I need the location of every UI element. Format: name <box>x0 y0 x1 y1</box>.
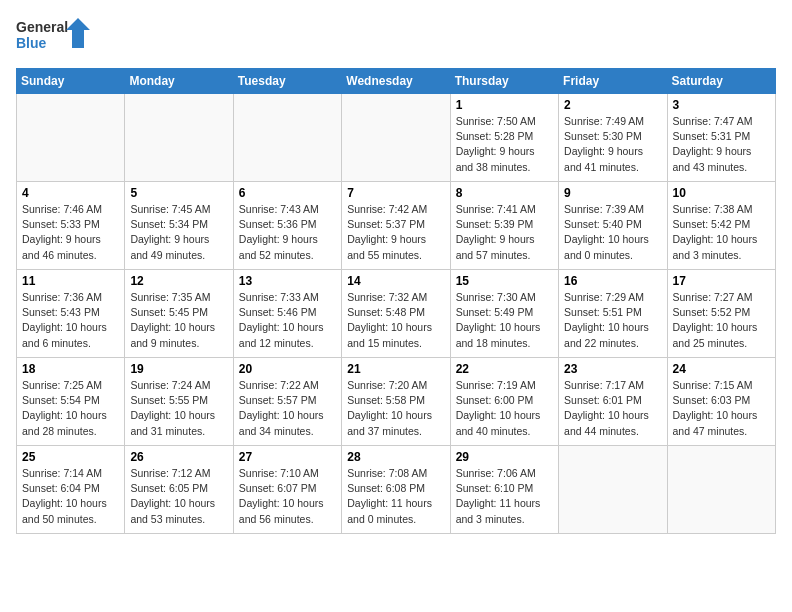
day-number: 2 <box>564 98 661 112</box>
day-number: 8 <box>456 186 553 200</box>
day-cell: 20Sunrise: 7:22 AMSunset: 5:57 PMDayligh… <box>233 358 341 446</box>
day-number: 4 <box>22 186 119 200</box>
day-number: 21 <box>347 362 444 376</box>
day-cell <box>559 446 667 534</box>
day-number: 26 <box>130 450 227 464</box>
day-number: 13 <box>239 274 336 288</box>
day-info: Sunrise: 7:15 AMSunset: 6:03 PMDaylight:… <box>673 378 770 439</box>
day-cell: 5Sunrise: 7:45 AMSunset: 5:34 PMDaylight… <box>125 182 233 270</box>
day-number: 11 <box>22 274 119 288</box>
day-info: Sunrise: 7:39 AMSunset: 5:40 PMDaylight:… <box>564 202 661 263</box>
day-number: 5 <box>130 186 227 200</box>
day-cell <box>667 446 775 534</box>
col-header-wednesday: Wednesday <box>342 69 450 94</box>
day-cell: 11Sunrise: 7:36 AMSunset: 5:43 PMDayligh… <box>17 270 125 358</box>
day-cell: 25Sunrise: 7:14 AMSunset: 6:04 PMDayligh… <box>17 446 125 534</box>
day-number: 23 <box>564 362 661 376</box>
day-cell: 17Sunrise: 7:27 AMSunset: 5:52 PMDayligh… <box>667 270 775 358</box>
day-number: 19 <box>130 362 227 376</box>
week-row-2: 4Sunrise: 7:46 AMSunset: 5:33 PMDaylight… <box>17 182 776 270</box>
day-info: Sunrise: 7:29 AMSunset: 5:51 PMDaylight:… <box>564 290 661 351</box>
day-cell: 24Sunrise: 7:15 AMSunset: 6:03 PMDayligh… <box>667 358 775 446</box>
svg-marker-2 <box>66 18 90 48</box>
day-cell: 23Sunrise: 7:17 AMSunset: 6:01 PMDayligh… <box>559 358 667 446</box>
day-cell: 21Sunrise: 7:20 AMSunset: 5:58 PMDayligh… <box>342 358 450 446</box>
day-info: Sunrise: 7:22 AMSunset: 5:57 PMDaylight:… <box>239 378 336 439</box>
day-info: Sunrise: 7:06 AMSunset: 6:10 PMDaylight:… <box>456 466 553 527</box>
day-cell: 18Sunrise: 7:25 AMSunset: 5:54 PMDayligh… <box>17 358 125 446</box>
day-info: Sunrise: 7:33 AMSunset: 5:46 PMDaylight:… <box>239 290 336 351</box>
day-number: 28 <box>347 450 444 464</box>
week-row-3: 11Sunrise: 7:36 AMSunset: 5:43 PMDayligh… <box>17 270 776 358</box>
week-row-4: 18Sunrise: 7:25 AMSunset: 5:54 PMDayligh… <box>17 358 776 446</box>
day-cell: 12Sunrise: 7:35 AMSunset: 5:45 PMDayligh… <box>125 270 233 358</box>
day-cell: 15Sunrise: 7:30 AMSunset: 5:49 PMDayligh… <box>450 270 558 358</box>
day-cell: 26Sunrise: 7:12 AMSunset: 6:05 PMDayligh… <box>125 446 233 534</box>
day-number: 29 <box>456 450 553 464</box>
day-number: 14 <box>347 274 444 288</box>
day-info: Sunrise: 7:20 AMSunset: 5:58 PMDaylight:… <box>347 378 444 439</box>
day-cell: 8Sunrise: 7:41 AMSunset: 5:39 PMDaylight… <box>450 182 558 270</box>
day-cell: 27Sunrise: 7:10 AMSunset: 6:07 PMDayligh… <box>233 446 341 534</box>
day-info: Sunrise: 7:14 AMSunset: 6:04 PMDaylight:… <box>22 466 119 527</box>
header-row: SundayMondayTuesdayWednesdayThursdayFrid… <box>17 69 776 94</box>
day-cell: 10Sunrise: 7:38 AMSunset: 5:42 PMDayligh… <box>667 182 775 270</box>
day-info: Sunrise: 7:35 AMSunset: 5:45 PMDaylight:… <box>130 290 227 351</box>
day-number: 17 <box>673 274 770 288</box>
col-header-sunday: Sunday <box>17 69 125 94</box>
day-info: Sunrise: 7:17 AMSunset: 6:01 PMDaylight:… <box>564 378 661 439</box>
day-info: Sunrise: 7:10 AMSunset: 6:07 PMDaylight:… <box>239 466 336 527</box>
day-info: Sunrise: 7:47 AMSunset: 5:31 PMDaylight:… <box>673 114 770 175</box>
svg-text:Blue: Blue <box>16 35 47 51</box>
day-cell <box>17 94 125 182</box>
day-cell <box>342 94 450 182</box>
logo: General Blue <box>16 16 96 60</box>
day-cell: 13Sunrise: 7:33 AMSunset: 5:46 PMDayligh… <box>233 270 341 358</box>
day-info: Sunrise: 7:45 AMSunset: 5:34 PMDaylight:… <box>130 202 227 263</box>
day-info: Sunrise: 7:50 AMSunset: 5:28 PMDaylight:… <box>456 114 553 175</box>
day-info: Sunrise: 7:25 AMSunset: 5:54 PMDaylight:… <box>22 378 119 439</box>
day-info: Sunrise: 7:41 AMSunset: 5:39 PMDaylight:… <box>456 202 553 263</box>
day-number: 10 <box>673 186 770 200</box>
day-cell: 1Sunrise: 7:50 AMSunset: 5:28 PMDaylight… <box>450 94 558 182</box>
day-number: 9 <box>564 186 661 200</box>
day-info: Sunrise: 7:12 AMSunset: 6:05 PMDaylight:… <box>130 466 227 527</box>
day-number: 15 <box>456 274 553 288</box>
day-number: 20 <box>239 362 336 376</box>
day-number: 3 <box>673 98 770 112</box>
day-cell: 28Sunrise: 7:08 AMSunset: 6:08 PMDayligh… <box>342 446 450 534</box>
day-info: Sunrise: 7:49 AMSunset: 5:30 PMDaylight:… <box>564 114 661 175</box>
col-header-friday: Friday <box>559 69 667 94</box>
day-cell: 3Sunrise: 7:47 AMSunset: 5:31 PMDaylight… <box>667 94 775 182</box>
day-number: 7 <box>347 186 444 200</box>
day-info: Sunrise: 7:27 AMSunset: 5:52 PMDaylight:… <box>673 290 770 351</box>
day-info: Sunrise: 7:32 AMSunset: 5:48 PMDaylight:… <box>347 290 444 351</box>
day-number: 16 <box>564 274 661 288</box>
day-cell <box>125 94 233 182</box>
day-cell: 29Sunrise: 7:06 AMSunset: 6:10 PMDayligh… <box>450 446 558 534</box>
col-header-tuesday: Tuesday <box>233 69 341 94</box>
day-info: Sunrise: 7:46 AMSunset: 5:33 PMDaylight:… <box>22 202 119 263</box>
day-number: 22 <box>456 362 553 376</box>
day-cell: 14Sunrise: 7:32 AMSunset: 5:48 PMDayligh… <box>342 270 450 358</box>
day-cell: 6Sunrise: 7:43 AMSunset: 5:36 PMDaylight… <box>233 182 341 270</box>
day-cell: 16Sunrise: 7:29 AMSunset: 5:51 PMDayligh… <box>559 270 667 358</box>
day-info: Sunrise: 7:08 AMSunset: 6:08 PMDaylight:… <box>347 466 444 527</box>
day-number: 1 <box>456 98 553 112</box>
day-info: Sunrise: 7:30 AMSunset: 5:49 PMDaylight:… <box>456 290 553 351</box>
week-row-1: 1Sunrise: 7:50 AMSunset: 5:28 PMDaylight… <box>17 94 776 182</box>
day-info: Sunrise: 7:43 AMSunset: 5:36 PMDaylight:… <box>239 202 336 263</box>
day-number: 24 <box>673 362 770 376</box>
day-info: Sunrise: 7:24 AMSunset: 5:55 PMDaylight:… <box>130 378 227 439</box>
logo-svg: General Blue <box>16 16 96 60</box>
day-cell: 4Sunrise: 7:46 AMSunset: 5:33 PMDaylight… <box>17 182 125 270</box>
day-number: 18 <box>22 362 119 376</box>
header: General Blue <box>16 16 776 60</box>
svg-text:General: General <box>16 19 68 35</box>
week-row-5: 25Sunrise: 7:14 AMSunset: 6:04 PMDayligh… <box>17 446 776 534</box>
day-cell: 7Sunrise: 7:42 AMSunset: 5:37 PMDaylight… <box>342 182 450 270</box>
col-header-thursday: Thursday <box>450 69 558 94</box>
day-info: Sunrise: 7:36 AMSunset: 5:43 PMDaylight:… <box>22 290 119 351</box>
day-number: 12 <box>130 274 227 288</box>
day-cell: 22Sunrise: 7:19 AMSunset: 6:00 PMDayligh… <box>450 358 558 446</box>
